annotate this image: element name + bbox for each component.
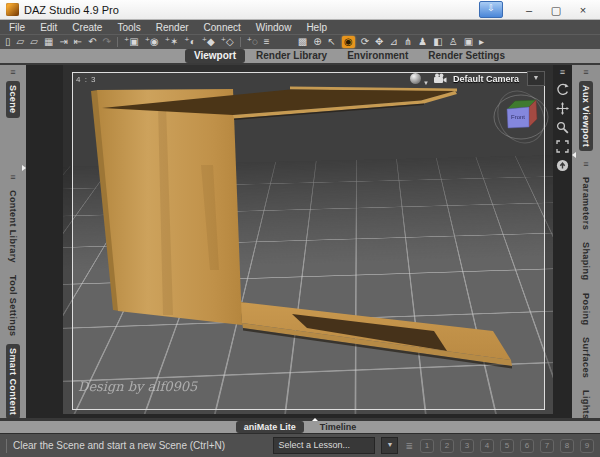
- scene-navigator-icon[interactable]: ⊕: [313, 36, 321, 48]
- tab-viewport[interactable]: Viewport: [185, 49, 245, 63]
- render-camera-icon[interactable]: ▣: [464, 36, 473, 48]
- sidebar-item-posing[interactable]: Posing: [579, 289, 593, 329]
- export-icon[interactable]: ⇤: [74, 36, 82, 48]
- people-tool-icon[interactable]: ♙: [449, 36, 458, 48]
- zoom-camera-icon[interactable]: [556, 121, 569, 134]
- wooden-table-model[interactable]: [63, 65, 553, 414]
- viewport-pane-menu-icon[interactable]: ≡: [560, 67, 565, 77]
- draw-style-caret-icon[interactable]: ▼: [423, 80, 429, 86]
- menu-help[interactable]: Help: [306, 22, 327, 33]
- translate-tool-icon[interactable]: ✥: [375, 36, 383, 48]
- lesson-number-button[interactable]: 4: [480, 439, 494, 453]
- tab-render-library[interactable]: Render Library: [247, 49, 336, 63]
- frame-camera-icon[interactable]: [556, 140, 569, 153]
- sidebar-item-lights[interactable]: Lights: [579, 386, 593, 418]
- lesson-number-button[interactable]: 7: [540, 439, 554, 453]
- view-cube-gizmo[interactable]: Front: [491, 87, 551, 147]
- tab-environment[interactable]: Environment: [338, 49, 417, 63]
- left-dock-menu-icon[interactable]: ≡: [10, 67, 15, 77]
- create-distant-light-icon[interactable]: ⁺◐: [184, 36, 195, 48]
- menu-tools[interactable]: Tools: [117, 22, 140, 33]
- figure-setup-tool-icon[interactable]: ♟: [418, 36, 427, 48]
- sidebar-item-surfaces[interactable]: Surfaces: [579, 333, 593, 382]
- main-area: ≡ Scene ≡ Content Library Tool Settings …: [0, 65, 600, 418]
- right-dock-menu-icon[interactable]: ≡: [583, 67, 588, 77]
- status-divider: [6, 439, 7, 453]
- lesson-selector-dropdown[interactable]: ▼: [381, 437, 398, 454]
- create-point-light-icon[interactable]: ⁺✶: [165, 36, 179, 48]
- menu-bar: File Edit Create Tools Render Connect Wi…: [0, 20, 600, 34]
- view-cube-front-label: Front: [511, 114, 525, 120]
- status-message: Clear the Scene and start a new Scene (C…: [13, 440, 267, 451]
- menu-connect[interactable]: Connect: [204, 22, 241, 33]
- new-file-icon[interactable]: ▯: [5, 36, 11, 48]
- lesson-selector[interactable]: Select a Lesson...: [273, 437, 375, 454]
- tab-animate-lite[interactable]: aniMate Lite: [236, 421, 304, 433]
- rotate-tool-icon[interactable]: ◉: [342, 36, 355, 48]
- left-dock: ≡ Scene ≡ Content Library Tool Settings …: [0, 65, 26, 418]
- pane-tab-bar: Viewport Render Library Environment Rend…: [0, 49, 600, 65]
- import-icon[interactable]: ⇥: [59, 36, 67, 48]
- camera-icon: [433, 73, 447, 84]
- lesson-number-button[interactable]: 1: [420, 439, 434, 453]
- pan-camera-icon[interactable]: [556, 102, 569, 115]
- lesson-number-button[interactable]: 8: [560, 439, 574, 453]
- lesson-number-button[interactable]: 6: [520, 439, 534, 453]
- lesson-number-button[interactable]: 2: [440, 439, 454, 453]
- surface-selection-tool-icon[interactable]: ◧: [433, 36, 442, 48]
- dock-handle-icon[interactable]: [572, 152, 576, 158]
- node-grid-icon[interactable]: ▩: [298, 36, 307, 48]
- toolbar-overflow-icon[interactable]: ▸: [479, 36, 484, 48]
- maximize-button[interactable]: ▢: [545, 1, 567, 19]
- close-button[interactable]: ×: [572, 1, 594, 19]
- open-file-icon[interactable]: ▱: [17, 36, 25, 48]
- menu-window[interactable]: Window: [256, 22, 292, 33]
- create-null-icon[interactable]: ⁺◇: [221, 36, 234, 48]
- sidebar-item-scene[interactable]: Scene: [6, 81, 20, 118]
- create-camera-icon[interactable]: ⁺▣: [124, 36, 139, 48]
- menu-create[interactable]: Create: [72, 22, 102, 33]
- active-camera-label: Default Camera: [453, 74, 519, 84]
- sidebar-item-aux-viewport[interactable]: Aux Viewport: [579, 81, 593, 151]
- create-spotlight-icon[interactable]: ⁺◉: [145, 36, 159, 48]
- lesson-number-button[interactable]: 9: [580, 439, 594, 453]
- menu-edit[interactable]: Edit: [40, 22, 57, 33]
- viewport-controls-strip: ≡: [554, 65, 571, 418]
- right-dock-menu-icon[interactable]: ≡: [583, 159, 588, 169]
- active-pose-tool-icon[interactable]: ⟳: [361, 36, 369, 48]
- merge-file-icon[interactable]: ▱: [30, 36, 38, 48]
- tab-timeline[interactable]: Timeline: [312, 421, 364, 433]
- right-dock: ≡ Aux Viewport ≡ Parameters Shaping Posi…: [572, 65, 600, 418]
- lesson-number-button[interactable]: 3: [460, 439, 474, 453]
- viewport-canvas[interactable]: 4 : 3 ▼ Default Camera ▼: [63, 65, 553, 414]
- node-selection-tool-icon[interactable]: ↖: [328, 36, 336, 48]
- reset-camera-icon[interactable]: [556, 159, 569, 172]
- scene-list-icon[interactable]: ≡: [264, 36, 270, 48]
- sidebar-item-tool-settings[interactable]: Tool Settings: [6, 271, 20, 341]
- menu-render[interactable]: Render: [156, 22, 189, 33]
- camera-selector-dropdown[interactable]: ▼: [527, 71, 545, 86]
- create-primitive-icon[interactable]: ⁺◆: [202, 36, 215, 48]
- sidebar-item-content-library[interactable]: Content Library: [6, 186, 20, 267]
- save-icon[interactable]: ▦: [44, 36, 53, 48]
- minimize-button[interactable]: –: [518, 1, 540, 19]
- menu-file[interactable]: File: [9, 22, 25, 33]
- toolbar-separator: [117, 37, 118, 47]
- left-dock-menu-icon[interactable]: ≡: [10, 172, 15, 182]
- tab-render-settings[interactable]: Render Settings: [419, 49, 514, 63]
- sidebar-item-parameters[interactable]: Parameters: [579, 173, 593, 234]
- undo-icon[interactable]: ↶: [88, 36, 96, 48]
- redo-icon[interactable]: ↷: [103, 36, 111, 48]
- draw-style-icon[interactable]: [410, 73, 421, 84]
- title-bar: DAZ Studio 4.9 Pro ⇩ – ▢ ×: [0, 0, 600, 20]
- expand-handle-icon[interactable]: [312, 418, 318, 421]
- scale-tool-icon[interactable]: ⊿: [389, 36, 397, 48]
- update-download-button[interactable]: ⇩: [479, 1, 503, 18]
- create-group-icon[interactable]: ⁺◌: [247, 36, 258, 48]
- lesson-list-icon[interactable]: ≣: [405, 441, 413, 451]
- sidebar-item-shaping[interactable]: Shaping: [579, 238, 593, 284]
- orbit-camera-icon[interactable]: [556, 83, 569, 96]
- joint-editor-tool-icon[interactable]: ⋔: [404, 36, 412, 48]
- lesson-number-button[interactable]: 5: [500, 439, 514, 453]
- sidebar-item-smart-content[interactable]: Smart Content: [6, 344, 20, 418]
